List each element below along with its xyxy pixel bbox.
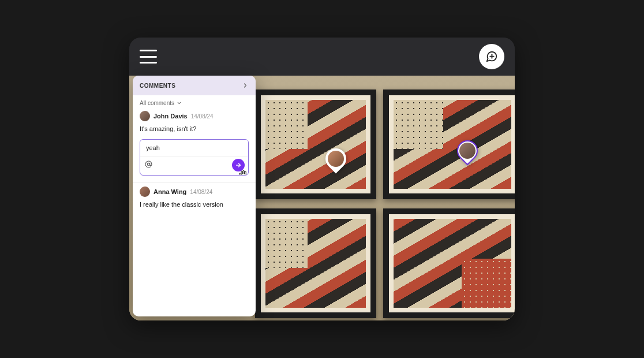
arrow-right-icon xyxy=(235,162,242,169)
artwork-frame xyxy=(383,208,515,318)
collapse-button[interactable] xyxy=(242,82,249,89)
chevron-right-icon xyxy=(242,82,249,89)
comment-date: 14/08/24 xyxy=(190,189,212,195)
app-header xyxy=(129,38,515,76)
hamburger-icon[interactable] xyxy=(140,50,157,64)
app-window: COMMENTS All comments John Davis 14/08/2… xyxy=(129,38,515,320)
comment-body: I really like the classic version xyxy=(140,200,249,209)
filter-dropdown[interactable]: All comments xyxy=(133,95,256,107)
cursor-hand-icon xyxy=(238,169,248,176)
panel-header: COMMENTS xyxy=(133,76,256,95)
comments-panel: COMMENTS All comments John Davis 14/08/2… xyxy=(133,76,256,316)
comment-author: John Davis xyxy=(153,113,188,120)
avatar xyxy=(328,151,344,167)
comment-author: Anna Wing xyxy=(153,188,186,195)
svg-point-2 xyxy=(147,163,149,166)
avatar xyxy=(140,187,150,197)
comment-header: Anna Wing 14/08/24 xyxy=(140,187,249,197)
avatar xyxy=(140,111,150,121)
comment-date: 14/08/24 xyxy=(191,113,214,120)
mention-button[interactable] xyxy=(145,161,154,170)
comment-body: It's amazing, isn't it? xyxy=(140,125,249,133)
artwork-frame xyxy=(255,90,376,199)
artwork-frame xyxy=(255,208,376,318)
comment-item[interactable]: John Davis 14/08/24 It's amazing, isn't … xyxy=(133,107,256,183)
reply-box xyxy=(140,139,249,176)
artwork-frame xyxy=(383,90,515,199)
comment-header: John Davis 14/08/24 xyxy=(140,111,249,121)
add-comment-button[interactable] xyxy=(479,44,504,69)
speech-plus-icon xyxy=(485,50,498,63)
at-icon xyxy=(145,161,152,168)
send-button[interactable] xyxy=(232,159,245,171)
reply-input[interactable] xyxy=(140,140,248,156)
panel-title: COMMENTS xyxy=(140,83,175,89)
comment-item[interactable]: Anna Wing 14/08/24 I really like the cla… xyxy=(133,183,256,216)
filter-label: All comments xyxy=(140,100,174,106)
avatar xyxy=(459,143,475,159)
reply-toolbar xyxy=(140,156,248,175)
chevron-down-icon xyxy=(177,100,182,106)
